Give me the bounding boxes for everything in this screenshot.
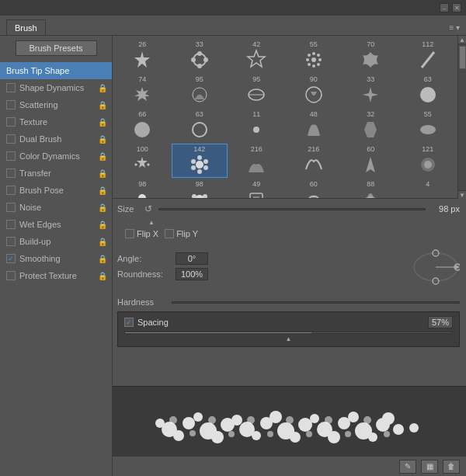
brush-cell-60b[interactable]: 60 — [286, 179, 343, 199]
svg-point-30 — [197, 155, 202, 160]
sidebar-item-color-dynamics[interactable]: Color Dynamics 🔒 — [0, 148, 112, 165]
roundness-input[interactable] — [176, 268, 208, 280]
scroll-down-arrow[interactable]: ▼ — [458, 190, 467, 199]
spacing-slider[interactable] — [124, 332, 453, 334]
svg-point-4 — [191, 57, 196, 62]
angle-row: Angle: — [117, 252, 412, 265]
svg-point-7 — [308, 54, 311, 57]
brush-cell-95b[interactable]: 95 — [228, 74, 285, 108]
svg-line-16 — [422, 52, 434, 68]
smoothing-checkbox[interactable] — [6, 254, 16, 263]
sidebar-item-buildup[interactable]: Build-up 🔒 — [0, 233, 112, 250]
brush-cell-11[interactable]: 11 — [228, 109, 285, 143]
brush-cell-26[interactable]: 26 — [114, 39, 171, 73]
brush-cell-55[interactable]: 55 — [286, 39, 343, 73]
color-dynamics-checkbox[interactable] — [6, 151, 16, 161]
brush-cell-216b[interactable]: 216 — [286, 144, 343, 178]
brush-cell-55b[interactable]: 55 — [400, 109, 457, 143]
brush-cell-142-selected[interactable]: 142 — [172, 144, 228, 178]
brush-cell-74[interactable]: 74 — [114, 74, 171, 108]
brush-cell-33b[interactable]: 33 — [343, 74, 399, 108]
noise-checkbox[interactable] — [6, 203, 16, 212]
brush-cell-63a[interactable]: 63 — [400, 74, 457, 108]
flip-x-checkbox[interactable]: Flip X — [125, 229, 158, 238]
svg-point-73 — [310, 414, 319, 423]
svg-point-85 — [267, 431, 273, 437]
svg-point-54 — [183, 417, 195, 429]
sidebar-item-transfer[interactable]: Transfer 🔒 — [0, 165, 112, 182]
transfer-checkbox[interactable] — [6, 169, 16, 178]
svg-point-9 — [317, 54, 320, 57]
svg-point-68 — [211, 431, 224, 443]
brush-cell-33[interactable]: 33 — [172, 39, 228, 73]
svg-point-27 — [203, 159, 208, 164]
brush-cell-66[interactable]: 66 — [114, 109, 171, 143]
brush-cell-112[interactable]: 112 — [400, 39, 457, 73]
brush-grid-scrollbar[interactable]: ▲ ▼ — [457, 36, 466, 199]
panel-menu-button[interactable]: ≡ ▾ — [449, 23, 460, 35]
wet-edges-checkbox[interactable] — [6, 220, 16, 229]
minimize-button[interactable]: – — [440, 3, 449, 12]
sidebar-item-shape-dynamics[interactable]: Shape Dynamics 🔒 — [0, 79, 112, 96]
sidebar-item-scattering[interactable]: Scattering 🔒 — [0, 96, 112, 113]
svg-point-77 — [382, 412, 395, 425]
delete-brush-button[interactable]: 🗑 — [443, 460, 460, 474]
sidebar-item-wet-edges[interactable]: Wet Edges 🔒 — [0, 216, 112, 233]
texture-checkbox[interactable] — [6, 117, 16, 127]
tab-brush[interactable]: Brush — [6, 19, 46, 35]
brush-cell-70[interactable]: 70 — [343, 39, 399, 73]
close-button[interactable]: ✕ — [452, 3, 461, 12]
sidebar-item-smoothing[interactable]: Smoothing 🔒 — [0, 250, 112, 267]
brush-options-button[interactable]: ▦ — [421, 460, 438, 474]
svg-point-8 — [312, 52, 315, 55]
brush-preview-canvas — [123, 391, 457, 453]
sidebar-item-noise[interactable]: Noise 🔒 — [0, 199, 112, 216]
brush-cell-49[interactable]: 49 — [228, 179, 285, 199]
brush-cell-216a[interactable]: 216 — [228, 144, 285, 178]
svg-point-76 — [368, 433, 377, 442]
brush-cell-4[interactable]: 4 — [400, 179, 457, 199]
sidebar-item-protect-texture[interactable]: Protect Texture 🔒 — [0, 267, 112, 284]
color-dynamics-lock-icon: 🔒 — [98, 152, 107, 161]
size-label: Size — [117, 204, 144, 214]
flip-y-checkbox[interactable]: Flip Y — [165, 229, 198, 238]
brush-cell-32[interactable]: 32 — [343, 109, 399, 143]
buildup-checkbox[interactable] — [6, 237, 16, 246]
brush-cell-63b[interactable]: 63 — [172, 109, 228, 143]
sidebar-item-dual-brush[interactable]: Dual Brush 🔒 — [0, 130, 112, 148]
brush-cell-48[interactable]: 48 — [286, 109, 343, 143]
brush-cell-98b[interactable]: 98 — [172, 179, 228, 199]
svg-point-91 — [384, 431, 390, 437]
sidebar-item-brush-tip-shape[interactable]: Brush Tip Shape — [0, 62, 112, 79]
scattering-checkbox[interactable] — [6, 100, 16, 109]
brush-cell-98a[interactable]: 98 — [114, 179, 171, 199]
spacing-checkbox[interactable]: ✓ — [124, 318, 134, 327]
brush-cell-60a[interactable]: 60 — [343, 144, 399, 178]
hardness-slider[interactable] — [172, 301, 460, 304]
scroll-thumb[interactable] — [459, 46, 466, 69]
brush-cell-90[interactable]: 90 — [286, 74, 343, 108]
brush-presets-button[interactable]: Brush Presets — [16, 40, 97, 56]
svg-point-24 — [420, 125, 436, 134]
dual-brush-checkbox[interactable] — [6, 134, 16, 144]
ar-fields: Angle: Roundness: — [117, 252, 412, 283]
create-new-brush-button[interactable]: ✎ — [399, 460, 416, 474]
sidebar-item-brush-pose[interactable]: Brush Pose 🔒 — [0, 182, 112, 199]
brush-cell-42[interactable]: 42 — [228, 39, 285, 73]
brush-pose-checkbox[interactable] — [6, 186, 16, 195]
brush-cell-88[interactable]: 88 — [343, 179, 399, 199]
angle-dial[interactable] — [412, 243, 460, 291]
angle-input[interactable] — [176, 252, 208, 265]
sidebar-item-texture[interactable]: Texture 🔒 — [0, 113, 112, 130]
reset-size-icon[interactable]: ↺ — [144, 203, 152, 214]
scattering-lock-icon: 🔒 — [98, 101, 107, 109]
protect-texture-checkbox[interactable] — [6, 271, 16, 280]
brush-cell-100[interactable]: 100 — [114, 144, 171, 178]
spacing-label: Spacing — [137, 318, 428, 327]
shape-dynamics-checkbox[interactable] — [6, 83, 16, 92]
size-slider[interactable] — [158, 208, 426, 210]
brush-cell-121[interactable]: 121 — [400, 144, 457, 178]
svg-point-81 — [190, 430, 196, 436]
scroll-up-arrow[interactable]: ▲ — [458, 36, 467, 44]
brush-cell-95a[interactable]: 95 — [172, 74, 228, 108]
